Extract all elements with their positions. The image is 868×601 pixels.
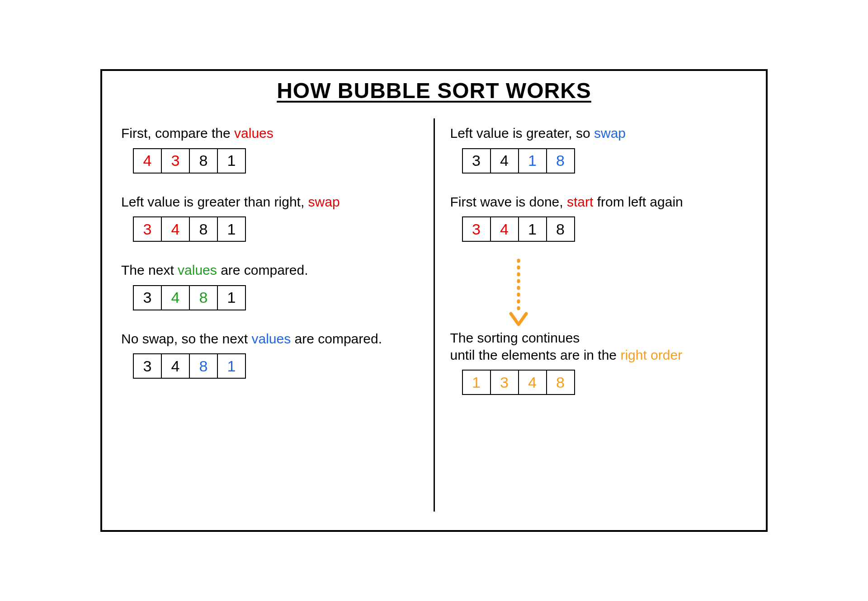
step-caption: No swap, so the next values are compared…: [121, 330, 418, 347]
column-left: First, compare the values4381Left value …: [118, 125, 434, 514]
caption-text: start: [567, 194, 593, 209]
array-cell: 8: [189, 216, 218, 242]
caption-text: Left value is greater, so: [450, 126, 594, 141]
caption-text: First, compare the: [121, 126, 234, 141]
step4: No swap, so the next values are compared…: [121, 330, 418, 379]
caption-text: No swap, so the next: [121, 331, 252, 346]
array-cell: 8: [546, 148, 575, 174]
step6: First wave is done, start from left agai…: [450, 193, 747, 242]
arrow-down-icon: [508, 258, 529, 330]
array-row: 3481: [133, 285, 418, 310]
step5: Left value is greater, so swap3418: [450, 125, 747, 174]
array-row: 1348: [462, 370, 747, 395]
array-cell: 1: [217, 216, 246, 242]
array-cell: 8: [546, 216, 575, 242]
array-cell: 8: [189, 353, 218, 379]
array-cell: 1: [518, 148, 547, 174]
step-caption: First, compare the values: [121, 125, 418, 142]
step3: The next values are compared.3481: [121, 262, 418, 310]
caption-text: First wave is done,: [450, 194, 567, 209]
array-cell: 3: [133, 285, 162, 310]
diagram-frame: HOW BUBBLE SORT WORKS First, compare the…: [100, 69, 768, 532]
caption-text: right order: [620, 347, 682, 362]
column-right: Left value is greater, so swap3418First …: [435, 125, 750, 514]
continuation-arrow: [508, 255, 747, 332]
caption-text: Left value is greater than right,: [121, 194, 308, 209]
caption-text: The next: [121, 263, 178, 277]
step-caption: Left value is greater, so swap: [450, 125, 747, 142]
array-cell: 4: [133, 148, 162, 174]
array-row: 3481: [133, 216, 418, 242]
array-cell: 8: [546, 370, 575, 395]
caption-text: until the elements are in the: [450, 347, 621, 362]
step-caption: Left value is greater than right, swap: [121, 193, 418, 211]
step-caption: The sorting continuesuntil the elements …: [450, 329, 747, 363]
array-cell: 3: [161, 148, 190, 174]
caption-text: The sorting continues: [450, 330, 580, 345]
step2: Left value is greater than right, swap34…: [121, 193, 418, 242]
array-cell: 8: [189, 285, 218, 310]
array-cell: 1: [217, 353, 246, 379]
caption-text: values: [234, 126, 274, 141]
array-row: 3418: [462, 216, 747, 242]
caption-text: from left again: [593, 194, 683, 209]
diagram-title: HOW BUBBLE SORT WORKS: [118, 78, 750, 103]
caption-text: swap: [594, 126, 626, 141]
array-cell: 3: [490, 370, 519, 395]
step-caption: The next values are compared.: [121, 262, 418, 279]
array-cell: 1: [217, 148, 246, 174]
array-cell: 8: [189, 148, 218, 174]
array-cell: 1: [462, 370, 491, 395]
step7: The sorting continuesuntil the elements …: [450, 329, 747, 395]
array-cell: 3: [462, 216, 491, 242]
array-cell: 4: [161, 285, 190, 310]
array-cell: 3: [462, 148, 491, 174]
array-row: 4381: [133, 148, 418, 174]
array-cell: 4: [490, 216, 519, 242]
caption-text: swap: [308, 194, 340, 209]
array-row: 3481: [133, 353, 418, 379]
array-row: 3418: [462, 148, 747, 174]
array-cell: 4: [161, 353, 190, 379]
columns: First, compare the values4381Left value …: [118, 125, 750, 514]
array-cell: 4: [518, 370, 547, 395]
array-cell: 4: [161, 216, 190, 242]
array-cell: 3: [133, 216, 162, 242]
caption-text: values: [252, 331, 291, 346]
array-cell: 4: [490, 148, 519, 174]
step-caption: First wave is done, start from left agai…: [450, 193, 747, 211]
caption-text: are compared.: [217, 263, 308, 277]
caption-text: values: [178, 263, 217, 277]
array-cell: 1: [217, 285, 246, 310]
array-cell: 3: [133, 353, 162, 379]
array-cell: 1: [518, 216, 547, 242]
caption-text: are compared.: [291, 331, 382, 346]
step1: First, compare the values4381: [121, 125, 418, 174]
